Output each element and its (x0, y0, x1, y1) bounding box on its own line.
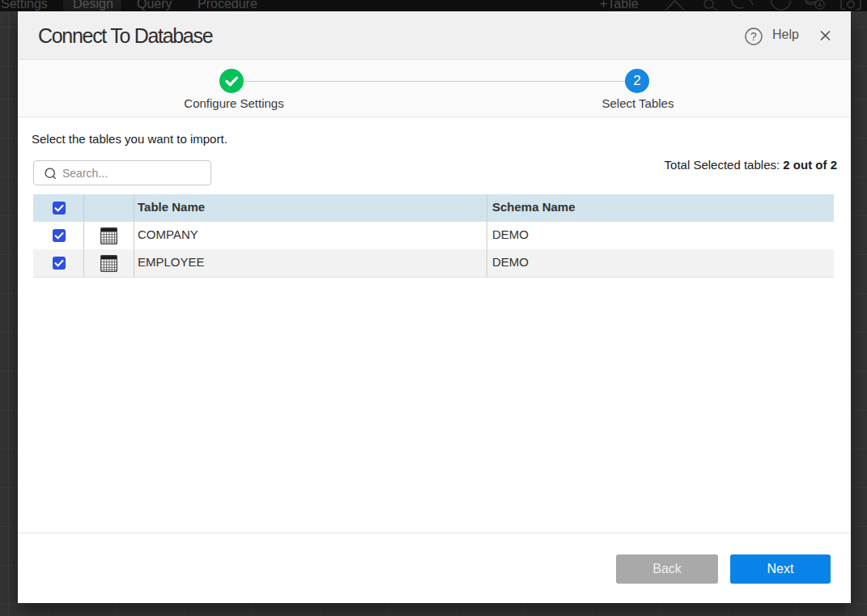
svg-text:?: ? (750, 30, 757, 43)
